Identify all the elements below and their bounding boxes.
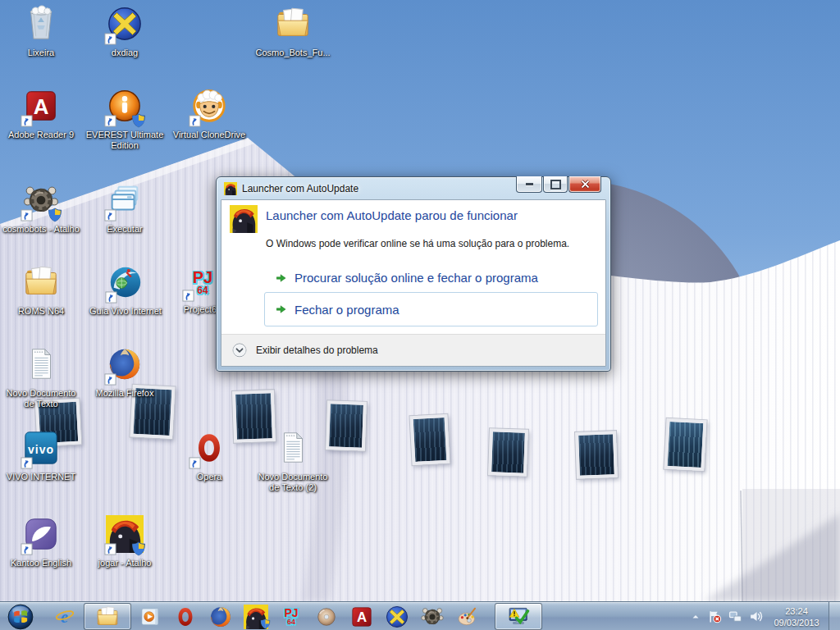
clock-date: 09/03/2013 <box>769 617 824 628</box>
folder-icon <box>22 263 60 301</box>
desktop-icon-dxdiag[interactable]: dxdiag <box>84 3 166 58</box>
error-report-icon <box>506 605 531 629</box>
disc-icon <box>314 605 339 629</box>
building-window <box>664 418 706 471</box>
system-tray: 23:24 09/03/2013 <box>690 605 826 628</box>
start-button[interactable] <box>7 603 34 630</box>
details-expander[interactable]: Exibir detalhes do problema <box>221 334 605 366</box>
error-dialog-window: Launcher com AutoUpdate Launcher com Aut… <box>216 176 611 372</box>
taskbar-internet-explorer[interactable] <box>48 603 81 630</box>
uac-shield-icon <box>48 208 62 222</box>
taskbar-opera[interactable] <box>169 603 202 630</box>
maximize-button[interactable] <box>543 176 568 193</box>
desktop: Lixeira dxdiag Cosmo_Bots_Fu... Adobe Re… <box>0 0 840 601</box>
green-arrow-icon <box>276 304 287 315</box>
recycle-bin-icon <box>22 5 60 43</box>
taskbar-clock[interactable]: 23:24 09/03/2013 <box>769 605 824 628</box>
desktop-icon-vivo-internet[interactable]: vivo VIVO INTERNET <box>0 427 82 482</box>
desktop-icon-mozilla-firefox[interactable]: Mozilla Firefox <box>84 344 166 399</box>
uac-shield-icon <box>131 541 146 556</box>
desktop-icon-virtual-clonedrive[interactable]: Virtual CloneDrive <box>163 85 255 140</box>
shortcut-arrow-icon <box>104 543 116 555</box>
shortcut-arrow-icon <box>104 209 116 221</box>
text-document-icon <box>274 429 312 467</box>
shortcut-arrow-icon <box>21 457 33 469</box>
folder-icon <box>274 5 312 43</box>
desktop-icon-executar[interactable]: Executar <box>84 180 166 235</box>
show-desktop-button[interactable] <box>829 602 840 630</box>
chevron-down-icon <box>232 343 247 358</box>
crashed-app-icon <box>230 205 258 233</box>
action-center-flag-icon[interactable] <box>708 609 722 623</box>
dialog-heading: Launcher com AutoUpdate parou de funcion… <box>266 208 586 222</box>
folder-icon <box>95 605 120 629</box>
close-icon <box>581 180 590 189</box>
desktop-icon-guia-vivo-internet[interactable]: Guia Vivo Internet <box>80 262 171 317</box>
screen: Lixeira dxdiag Cosmo_Bots_Fu... Adobe Re… <box>0 0 840 630</box>
clock-time: 23:24 <box>769 605 824 617</box>
taskbar: PJ 64 23:24 09/03/2013 <box>0 601 840 630</box>
taskbar-cosmobots[interactable] <box>416 603 449 630</box>
taskbar-windows-explorer[interactable] <box>84 603 131 630</box>
green-arrow-icon <box>276 272 287 284</box>
building-window <box>575 431 618 479</box>
desktop-icon-adobe-reader[interactable]: Adobe Reader 9 <box>0 85 82 140</box>
desktop-icon-jogar[interactable]: jogar - Atalho <box>84 514 166 568</box>
shortcut-arrow-icon <box>104 115 116 127</box>
shortcut-arrow-icon <box>21 209 33 221</box>
project64-icon: PJ 64 <box>281 606 301 627</box>
building-window <box>409 414 450 465</box>
desktop-icon-everest[interactable]: EVEREST Ultimate Edition <box>84 85 166 151</box>
text-document-icon <box>22 345 60 383</box>
uac-shield-icon <box>131 113 146 128</box>
desktop-icon-roms-n64[interactable]: ROMS N64 <box>0 262 82 317</box>
maximize-icon <box>550 180 561 189</box>
network-icon[interactable] <box>728 609 742 623</box>
desktop-icon-lixeira[interactable]: Lixeira <box>0 3 82 58</box>
minimize-button[interactable] <box>516 176 542 193</box>
taskbar-dxdiag[interactable] <box>381 603 413 630</box>
taskbar-clonedrive-disc[interactable] <box>310 603 343 630</box>
desktop-icon-cosmo-bots-folder[interactable]: Cosmo_Bots_Fu... <box>247 3 339 58</box>
shortcut-arrow-icon <box>189 457 201 469</box>
firefox-icon <box>208 605 233 629</box>
uac-shield-icon <box>260 619 271 629</box>
link-search-solution-online[interactable]: Procurar solução online e fechar o progr… <box>276 271 538 285</box>
taskbar-jogar[interactable] <box>240 603 272 630</box>
dialog-title: Launcher com AutoUpdate <box>242 183 358 194</box>
media-player-icon <box>138 605 162 629</box>
dialog-body-text: O Windows pode verificar online se há um… <box>266 238 594 249</box>
paint-icon <box>455 605 480 629</box>
gear-robot-icon <box>420 605 445 629</box>
desktop-icon-novo-documento[interactable]: Novo Documento de Texto <box>0 344 82 409</box>
internet-explorer-icon <box>52 605 77 629</box>
building-window <box>488 428 528 477</box>
taskbar-adobe-reader[interactable] <box>345 603 378 630</box>
shortcut-arrow-icon <box>21 115 33 127</box>
dxdiag-icon <box>385 605 409 629</box>
shortcut-arrow-icon <box>104 33 116 45</box>
dialog-titlebar[interactable]: Launcher com AutoUpdate <box>221 177 606 199</box>
shortcut-arrow-icon <box>189 115 201 127</box>
shortcut-arrow-icon <box>104 373 116 386</box>
minimize-icon <box>526 183 533 185</box>
shortcut-arrow-icon <box>182 290 194 302</box>
taskbar-media-player[interactable] <box>134 603 167 630</box>
volume-icon[interactable] <box>749 609 763 623</box>
dialog-app-icon <box>224 182 237 195</box>
desktop-icon-opera[interactable]: Opera <box>168 427 250 482</box>
opera-icon <box>173 605 198 629</box>
close-button[interactable] <box>568 176 601 193</box>
desktop-icon-kantoo-english[interactable]: Kantoo English <box>0 514 82 568</box>
shortcut-arrow-icon <box>21 543 33 555</box>
desktop-icon-novo-documento-2[interactable]: Novo Documento de Texto (2) <box>252 427 334 493</box>
taskbar-error-report-active[interactable] <box>495 603 542 630</box>
adobe-reader-icon <box>349 605 374 629</box>
shortcut-arrow-icon <box>105 291 117 304</box>
show-hidden-icons-button[interactable] <box>690 611 701 623</box>
taskbar-paint[interactable] <box>451 603 484 630</box>
taskbar-firefox[interactable] <box>204 603 237 630</box>
link-close-program[interactable]: Fechar o programa <box>264 292 598 326</box>
desktop-icon-cosmobots[interactable]: cosmobots - Atalho <box>0 180 82 235</box>
taskbar-project64[interactable]: PJ 64 <box>275 603 308 630</box>
